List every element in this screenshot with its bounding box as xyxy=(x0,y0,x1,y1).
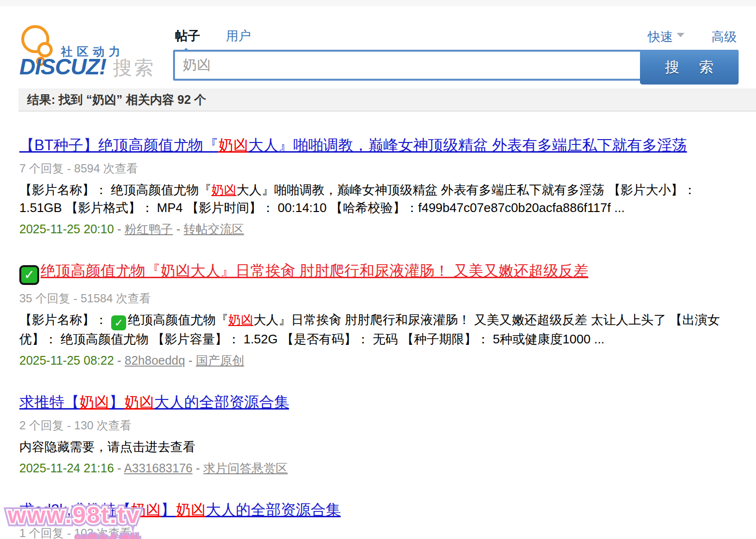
highlighted-keyword: 奶凶 xyxy=(218,137,248,154)
results-summary-text: 结果: 找到 “奶凶” 相关内容 92 个 xyxy=(27,92,206,108)
highlighted-keyword: 奶凶 xyxy=(124,394,154,411)
tab-users[interactable]: 用户 xyxy=(226,28,251,43)
result-title-link[interactable]: 求ed2k,求推特【奶凶】奶凶大人的全部资源合集 xyxy=(19,501,341,518)
result-stats: 2 个回复 - 130 次查看 xyxy=(19,418,734,433)
search-button[interactable]: 搜 索 xyxy=(640,50,739,85)
result-title: 求ed2k,求推特【奶凶】奶凶大人的全部资源合集 xyxy=(19,500,734,520)
check-icon: ✓ xyxy=(111,315,126,330)
result-author-link[interactable]: 82h8oeddq xyxy=(125,354,185,367)
result-meta: 2025-11-24 21:16 - A331683176 - 求片问答悬赏区 xyxy=(19,460,734,476)
search-bar: 搜 索 xyxy=(173,50,739,81)
tab-posts[interactable]: 帖子 xyxy=(175,28,200,43)
highlighted-keyword: 奶凶 xyxy=(131,501,161,518)
logo-brand-text: DISCUZ! xyxy=(19,54,106,79)
result-snippet: 【影片名称】： ✓绝顶高颜值尤物『奶凶大人』日常挨肏 肘肘爬行和尿液灌肠！ 又美… xyxy=(19,311,734,348)
result-date: 2025-11-25 20:10 xyxy=(19,222,114,236)
result-date: 2025-11-25 08:22 xyxy=(19,354,114,367)
result-title-link[interactable]: 【BT种子】绝顶高颜值尤物『奶凶大人』啪啪调教，巅峰女神顶级精盆 外表有多端庄私… xyxy=(19,137,687,154)
result-title: 【BT种子】绝顶高颜值尤物『奶凶大人』啪啪调教，巅峰女神顶级精盆 外表有多端庄私… xyxy=(19,136,734,155)
check-icon: ✓ xyxy=(19,265,39,285)
result-stats: 1 个回复 - 103 次查看 xyxy=(19,525,734,539)
result-title-link[interactable]: 求推特【奶凶】奶凶大人的全部资源合集 xyxy=(19,394,289,411)
result-stats: 35 个回复 - 51584 次查看 xyxy=(19,291,734,306)
result-title: ✓绝顶高颜值尤物『奶凶大人』日常挨肏 肘肘爬行和尿液灌肠！ 又美又嫩还超级反差 xyxy=(19,261,734,285)
results-summary-bar: 结果: 找到 “奶凶” 相关内容 92 个 xyxy=(18,88,756,112)
highlighted-keyword: 奶凶 xyxy=(228,312,253,327)
result-snippet: 内容隐藏需要，请点击进去查看 xyxy=(19,438,734,456)
search-type-tabs: 帖子 用户 xyxy=(175,28,251,44)
highlighted-keyword: 奶凶 xyxy=(79,394,109,411)
discuz-logo[interactable]: 社区动力 DISCUZ!搜索 xyxy=(19,21,179,79)
result-forum-link[interactable]: 转帖交流区 xyxy=(184,222,244,236)
highlighted-keyword: 奶凶 xyxy=(211,183,236,197)
header-links: 快速高级 xyxy=(648,28,737,45)
result-date: 2025-11-24 21:16 xyxy=(19,461,114,475)
advanced-search-link[interactable]: 高级 xyxy=(712,29,737,44)
result-author-link[interactable]: A331683176 xyxy=(124,461,192,475)
result-author-link[interactable]: 粉红鸭子 xyxy=(125,222,173,236)
result-meta: 2025-11-25 20:10 - 粉红鸭子 - 转帖交流区 xyxy=(19,221,734,237)
result-forum-link[interactable]: 求片问答悬赏区 xyxy=(203,461,288,475)
top-strip xyxy=(0,0,756,6)
result-stats: 7 个回复 - 8594 次查看 xyxy=(19,161,734,176)
result-item: ✓绝顶高颜值尤物『奶凶大人』日常挨肏 肘肘爬行和尿液灌肠！ 又美又嫩还超级反差 … xyxy=(19,261,734,369)
highlighted-keyword: 奶凶 xyxy=(176,501,206,518)
logo-suffix-text: 搜索 xyxy=(113,57,156,78)
result-forum-link[interactable]: 国产原创 xyxy=(196,354,244,367)
result-item: 求ed2k,求推特【奶凶】奶凶大人的全部资源合集 1 个回复 - 103 次查看… xyxy=(19,500,734,539)
result-meta: 2025-11-25 08:22 - 82h8oeddq - 国产原创 xyxy=(19,353,734,369)
results-list: 【BT种子】绝顶高颜值尤物『奶凶大人』啪啪调教，巅峰女神顶级精盆 外表有多端庄私… xyxy=(0,136,756,539)
quick-search-link[interactable]: 快速 xyxy=(648,29,673,44)
result-title: 求推特【奶凶】奶凶大人的全部资源合集 xyxy=(19,393,734,412)
chevron-down-icon[interactable] xyxy=(677,33,684,41)
result-item: 求推特【奶凶】奶凶大人的全部资源合集 2 个回复 - 130 次查看 内容隐藏需… xyxy=(19,393,734,476)
result-title-link[interactable]: ✓绝顶高颜值尤物『奶凶大人』日常挨肏 肘肘爬行和尿液灌肠！ 又美又嫩还超级反差 xyxy=(19,262,588,279)
result-snippet: 【影片名称】： 绝顶高颜值尤物『奶凶大人』啪啪调教，巅峰女神顶级精盆 外表有多端… xyxy=(19,181,734,217)
active-tab-pointer-icon xyxy=(182,43,190,52)
search-header: 社区动力 DISCUZ!搜索 帖子 用户 搜 索 快速高级 xyxy=(0,6,756,88)
result-item: 【BT种子】绝顶高颜值尤物『奶凶大人』啪啪调教，巅峰女神顶级精盆 外表有多端庄私… xyxy=(19,136,734,237)
